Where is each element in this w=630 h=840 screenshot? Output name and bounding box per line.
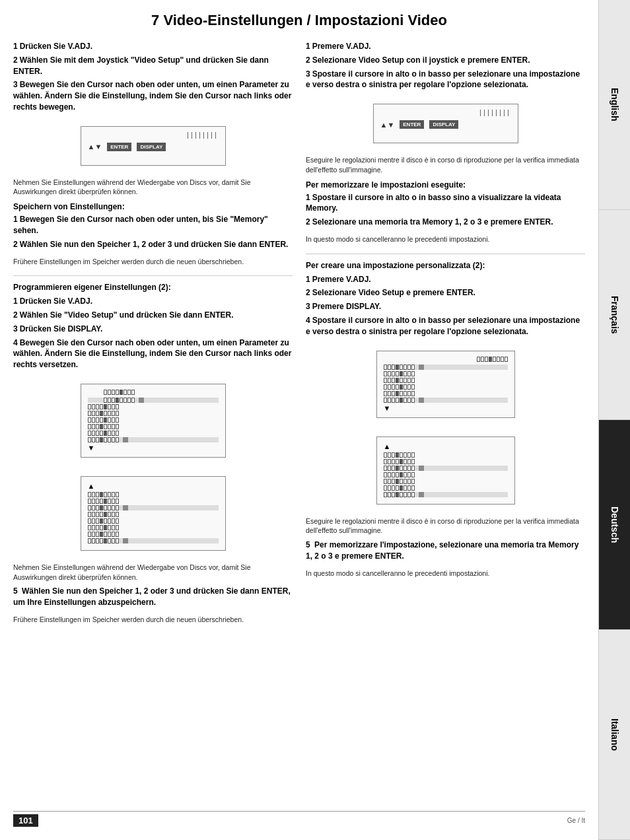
page-footer: 101 Ge / It (13, 811, 585, 827)
display-mockup-1: ▲▼ ENTER DISPLAY (81, 126, 226, 166)
right-custom-heading: Per creare una impostazione personalizza… (306, 261, 585, 270)
right-save-heading: Per memorizzare le impostazioni eseguite… (306, 180, 585, 190)
right-save-list: 1Spostare il cursore in alto o in basso … (306, 192, 585, 228)
display-mockup-it-2-up: ▲ (376, 437, 515, 505)
right-intro-list: 1Premere V.ADJ. 2Selezionare Video Setup… (306, 41, 585, 90)
sidebar-tab-deutsch[interactable]: Deutsch (599, 420, 630, 630)
right-note-3: In questo modo si cancelleranno le prece… (306, 569, 585, 578)
right-note-1: Eseguire le regolazioni mentre il disco … (306, 155, 585, 174)
display-mockup-2-down: ▼ (81, 384, 226, 458)
left-note-3: Frühere Einstellungen im Speicher werden… (13, 615, 293, 625)
sidebar-tab-italiano[interactable]: Italiano (599, 630, 630, 840)
display-mockup-it-1: ▲▼ ENTER DISPLAY (373, 104, 518, 143)
language-sidebar: English Français Deutsch Italiano (598, 0, 630, 840)
left-custom-list: 1Drücken Sie V.ADJ. 2Wählen Sie "Video S… (13, 296, 293, 370)
display-mockup-2-up: ▲ (81, 476, 226, 551)
sidebar-tab-english[interactable]: English (599, 0, 630, 210)
left-step5-list: 5 Wählen Sie nun den Speicher 1, 2 oder … (13, 586, 293, 608)
page-title: 7 Video-Einstellungen / Impostazioni Vid… (13, 12, 585, 32)
left-note-2: Nehmen Sie Einstellungen während der Wie… (13, 563, 293, 582)
page-number-box: 101 (13, 814, 38, 827)
page-code: Ge / It (567, 817, 585, 824)
left-save-list: 1Bewegen Sie den Cursor nach oben oder u… (13, 214, 293, 250)
right-custom-list: 1Premere V.ADJ. 2Selezionare Video Setup… (306, 274, 585, 337)
sidebar-tab-francais[interactable]: Français (599, 210, 630, 420)
left-intro-list: 1Drücken Sie V.ADJ. 2Wählen Sie mit dem … (13, 41, 293, 113)
right-save-note: In questo modo si cancelleranno le prece… (306, 234, 585, 244)
left-note-1: Nehmen Sie Einstellungen während der Wie… (13, 178, 293, 197)
display-mockup-it-2-down: ▼ (376, 351, 515, 418)
left-save-heading: Speichern von Einstellungen: (13, 202, 293, 211)
right-step5-list: 5 Per memorizzare l'impostazione, selezi… (306, 540, 585, 562)
left-custom-heading: Programmieren eigener Einstellungen (2): (13, 283, 293, 292)
right-note-2: Eseguire le regolazioni mentre il disco … (306, 516, 585, 536)
left-save-note: Frühere Einstellungen im Speicher werden… (13, 257, 293, 267)
